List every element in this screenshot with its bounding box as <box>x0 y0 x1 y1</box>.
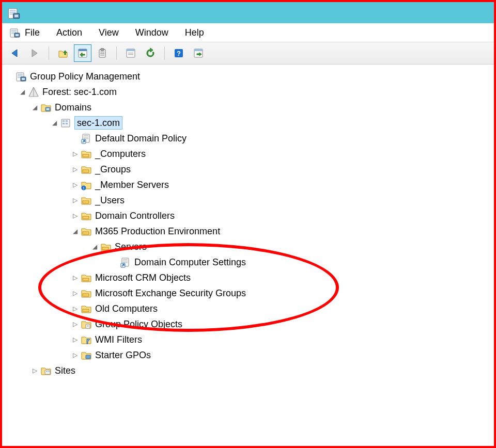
gpo-link-icon <box>120 257 131 268</box>
toolbar-up-button[interactable] <box>54 44 72 62</box>
mmc-icon <box>9 27 21 38</box>
node-ou-computers[interactable]: ▷ _Computers <box>70 146 494 162</box>
node-ou-users[interactable]: ▷ _Users <box>70 193 494 208</box>
node-label: Domains <box>55 102 91 113</box>
toolbar-properties-button[interactable] <box>122 44 140 62</box>
node-ou-domain-controllers[interactable]: ▷ Domain Controllers <box>70 208 494 223</box>
menu-view[interactable]: View <box>99 27 119 38</box>
expander-icon[interactable]: ▷ <box>70 196 80 205</box>
node-root[interactable]: ▷ Group Policy Management <box>5 69 494 84</box>
node-label: Servers <box>115 242 147 252</box>
toolbar-back-button[interactable] <box>6 44 24 62</box>
forward-arrow-icon <box>29 47 40 59</box>
expander-icon[interactable]: ▷ <box>70 180 80 189</box>
node-label: sec-1.com <box>74 116 122 130</box>
node-ou-member-servers[interactable]: ▷ _Member Servers <box>70 177 494 193</box>
ou-folder-icon <box>81 287 92 299</box>
toolbar-refresh-button[interactable] <box>142 44 159 62</box>
node-gpo-domain-computer-settings[interactable]: ▷ Domain Computer Settings <box>110 254 494 270</box>
toolbar-help-button[interactable] <box>170 44 188 62</box>
node-starter-gpos[interactable]: ▷ Starter GPOs <box>70 347 494 363</box>
clipboard-icon <box>97 47 108 59</box>
node-wmi-filters[interactable]: ▷ WMI Filters <box>70 332 494 347</box>
menu-window[interactable]: Window <box>135 27 168 38</box>
expander-icon[interactable]: ◢ <box>18 87 27 97</box>
open-folder-up-icon <box>57 47 69 59</box>
property-page-green-icon <box>77 47 88 59</box>
node-domain-sec1[interactable]: ◢ sec-1.com <box>50 115 494 131</box>
app-icon <box>7 6 21 20</box>
node-label: Group Policy Objects <box>95 319 182 330</box>
node-ou-groups[interactable]: ▷ _Groups <box>70 162 494 177</box>
node-domains[interactable]: ◢ Domains <box>30 100 494 115</box>
ou-folder-icon <box>81 210 92 221</box>
node-label: Default Domain Policy <box>95 133 187 144</box>
toolbar <box>2 42 494 65</box>
toolbar-separator <box>116 46 117 60</box>
expander-icon[interactable]: ▷ <box>70 289 80 298</box>
expander-icon[interactable]: ▷ <box>30 366 39 375</box>
node-default-domain-policy[interactable]: ▷ Default Domain Policy <box>70 131 494 146</box>
expander-icon[interactable]: ▷ <box>70 273 80 282</box>
expander-icon[interactable]: ▷ <box>70 149 80 158</box>
node-ou-servers[interactable]: ◢ Servers <box>90 239 494 254</box>
expander-icon[interactable]: ▷ <box>70 319 80 329</box>
node-label: Group Policy Management <box>30 71 140 82</box>
node-label: Old Computers <box>95 303 158 314</box>
node-ou-ms-crm[interactable]: ▷ Microsoft CRM Objects <box>70 270 494 285</box>
node-label: Microsoft CRM Objects <box>95 273 191 283</box>
node-ou-ms-exch-sec[interactable]: ▷ Microsoft Exchange Security Groups <box>70 285 494 301</box>
node-label: M365 Production Environment <box>95 226 220 237</box>
back-arrow-icon <box>9 47 21 59</box>
node-gpo-container[interactable]: ▷ Group Policy Objects <box>70 316 494 332</box>
toolbar-show-hide-button[interactable] <box>74 44 91 62</box>
expander-icon[interactable]: ▷ <box>70 211 80 220</box>
starter-gpo-folder-icon <box>81 349 92 361</box>
node-label: Forest: sec-1.com <box>42 87 117 98</box>
node-label: WMI Filters <box>95 334 142 345</box>
node-ou-m365-prod[interactable]: ◢ M365 Production Environment <box>70 223 494 239</box>
domain-icon <box>60 117 71 129</box>
expander-icon[interactable]: ◢ <box>30 103 39 112</box>
domains-folder-icon <box>40 102 52 113</box>
help-icon <box>173 47 184 59</box>
window-frame: File Action View Window Help ▷ Group Pol… <box>0 0 496 448</box>
gpm-console-icon <box>16 71 27 82</box>
node-forest[interactable]: ◢ Forest: sec-1.com <box>18 84 494 100</box>
node-label: Starter GPOs <box>95 350 151 361</box>
toolbar-separator <box>164 46 165 60</box>
expander-icon[interactable]: ◢ <box>50 118 59 127</box>
forest-icon <box>28 86 39 98</box>
gpo-link-icon <box>81 133 92 144</box>
node-label: Microsoft Exchange Security Groups <box>95 288 246 299</box>
expander-icon[interactable]: ◢ <box>90 242 99 251</box>
node-label: Domain Computer Settings <box>134 257 246 268</box>
node-sites[interactable]: ▷ Sites <box>30 363 494 378</box>
expander-icon[interactable]: ◢ <box>70 227 80 236</box>
toolbar-new-window-button[interactable] <box>190 44 207 62</box>
menubar: File Action View Window Help <box>2 23 494 42</box>
console-tree[interactable]: ▷ Group Policy Management ◢ Forest: sec-… <box>2 65 494 378</box>
node-label: _Computers <box>95 149 146 159</box>
menu-action[interactable]: Action <box>56 27 82 38</box>
toolbar-copy-button[interactable] <box>94 44 111 62</box>
expander-icon[interactable]: ▷ <box>70 350 80 360</box>
node-label: _Member Servers <box>95 180 169 190</box>
ou-folder-icon <box>81 195 92 206</box>
ou-folder-icon <box>81 272 92 283</box>
node-ou-old-computers[interactable]: ▷ Old Computers <box>70 301 494 316</box>
node-label: _Groups <box>95 164 131 175</box>
ou-folder-alert-icon <box>81 179 92 190</box>
expander-icon[interactable]: ▷ <box>70 165 80 174</box>
wmi-filter-folder-icon <box>81 334 92 345</box>
ou-folder-icon <box>81 164 92 175</box>
menu-help[interactable]: Help <box>185 27 204 38</box>
menu-file-label: File <box>25 27 40 38</box>
menu-file[interactable]: File <box>9 27 40 38</box>
toolbar-forward-button[interactable] <box>26 44 43 62</box>
expander-icon[interactable]: ▷ <box>70 304 80 313</box>
ou-folder-icon <box>81 303 92 314</box>
toolbar-separator <box>49 46 49 60</box>
node-label: Domain Controllers <box>95 211 175 221</box>
expander-icon[interactable]: ▷ <box>70 335 80 344</box>
